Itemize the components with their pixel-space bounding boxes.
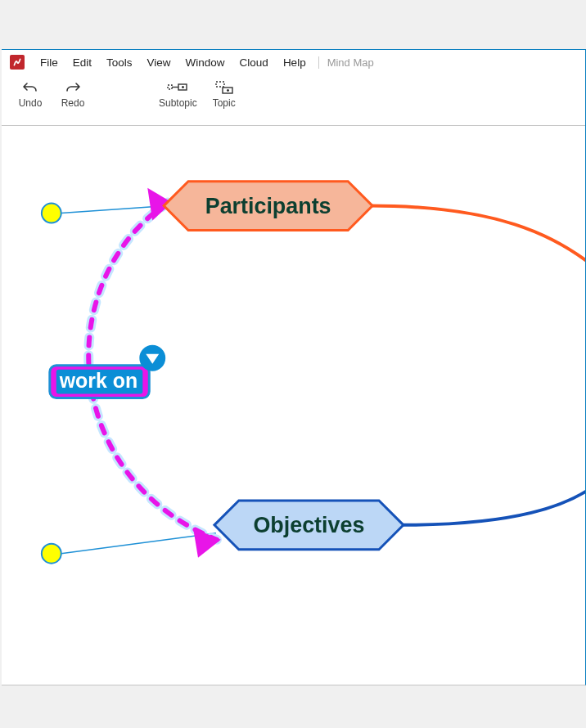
- document-title: Mind Map: [318, 56, 374, 69]
- node-participants[interactable]: Participants: [164, 182, 372, 231]
- relationship-label[interactable]: work on: [50, 345, 165, 398]
- app-window: File Edit Tools View Window Cloud Help M…: [2, 49, 586, 685]
- redo-button[interactable]: Redo: [56, 78, 90, 110]
- undo-label: Undo: [19, 97, 43, 109]
- redo-label: Redo: [61, 97, 85, 109]
- undo-button[interactable]: Undo: [13, 78, 47, 110]
- undo-icon: [22, 79, 38, 96]
- menu-tools[interactable]: Tools: [99, 54, 140, 71]
- node-objectives-label: Objectives: [253, 513, 364, 537]
- relationship-label-text: work on: [59, 369, 137, 392]
- toolbar: Undo Redo Subtopic: [2, 74, 585, 117]
- topic-icon: [214, 79, 234, 96]
- mindmap-canvas[interactable]: Participants Objectives work on: [2, 125, 585, 685]
- branch-participants: [369, 206, 585, 277]
- topic-button[interactable]: Topic: [207, 78, 241, 110]
- node-participants-label: Participants: [205, 194, 331, 218]
- menu-cloud[interactable]: Cloud: [232, 54, 276, 71]
- toolbar-history-group: Undo Redo: [13, 78, 90, 110]
- branch-objectives: [402, 476, 585, 525]
- toolbar-topic-group: Subtopic Topic: [157, 78, 241, 110]
- subtopic-label: Subtopic: [159, 97, 197, 109]
- mindmap-svg: Participants Objectives work on: [2, 126, 585, 685]
- node-objectives[interactable]: Objectives: [214, 501, 403, 550]
- connector-line: [61, 533, 216, 554]
- menu-edit[interactable]: Edit: [65, 54, 99, 71]
- anchor-dot[interactable]: [42, 204, 61, 223]
- menu-help[interactable]: Help: [276, 54, 313, 71]
- subtopic-icon: [167, 79, 188, 96]
- anchor-dot[interactable]: [42, 544, 61, 564]
- app-icon: [10, 55, 25, 70]
- topic-label: Topic: [213, 97, 236, 109]
- menubar: File Edit Tools View Window Cloud Help M…: [2, 50, 585, 74]
- menu-file[interactable]: File: [33, 54, 65, 71]
- menu-window[interactable]: Window: [178, 54, 232, 71]
- svg-rect-2: [216, 82, 224, 87]
- redo-icon: [65, 79, 81, 96]
- menu-view[interactable]: View: [140, 54, 178, 71]
- svg-rect-0: [168, 85, 172, 89]
- subtopic-button[interactable]: Subtopic: [157, 78, 199, 110]
